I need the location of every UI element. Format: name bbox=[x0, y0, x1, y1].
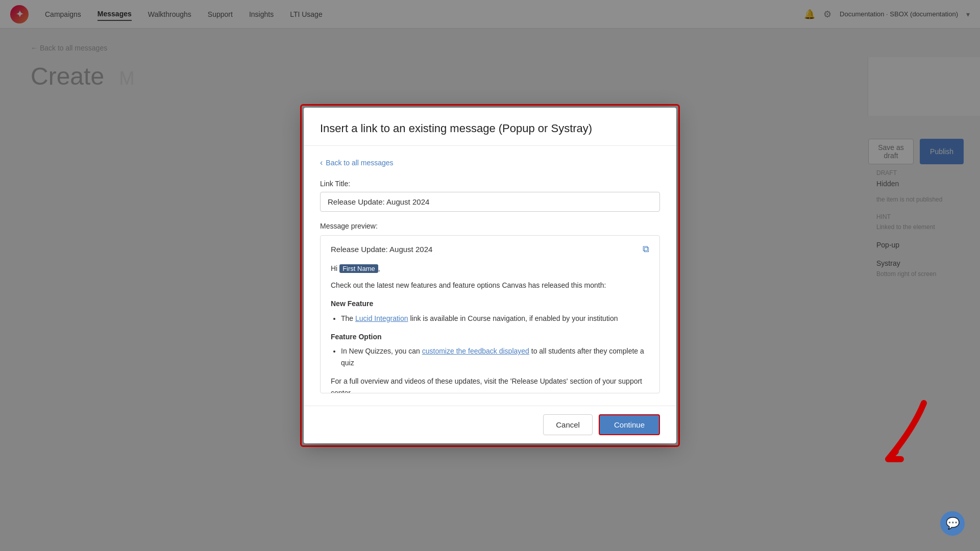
modal-footer: Cancel Continue bbox=[304, 406, 676, 443]
modal-dialog: Insert a link to an existing message (Po… bbox=[304, 108, 676, 443]
modal-header: Insert a link to an existing message (Po… bbox=[304, 108, 676, 146]
external-link-icon[interactable]: ⧉ bbox=[643, 244, 649, 255]
preview-section1-title: New Feature bbox=[331, 298, 649, 309]
continue-button[interactable]: Continue bbox=[599, 414, 660, 435]
greeting-comma: , bbox=[378, 264, 380, 272]
preview-section1-item: The Lucid Integration link is available … bbox=[341, 313, 649, 324]
modal-border: Insert a link to an existing message (Po… bbox=[300, 104, 680, 447]
message-preview: Release Update: August 2024 ⧉ Hi First N… bbox=[320, 235, 660, 393]
modal-wrapper: Insert a link to an existing message (Po… bbox=[300, 104, 680, 447]
chat-bubble[interactable]: 💬 bbox=[940, 511, 965, 536]
preview-section2-item: In New Quizzes, you can customize the fe… bbox=[341, 345, 649, 368]
greeting-hi: Hi bbox=[331, 264, 337, 272]
modal-body: ‹ Back to all messages Link Title: Messa… bbox=[304, 146, 676, 406]
lucid-integration-link[interactable]: Lucid Integration bbox=[355, 314, 408, 322]
link-title-input[interactable] bbox=[320, 192, 660, 212]
preview-intro: Check out the latest new features and fe… bbox=[331, 280, 649, 291]
back-to-messages-link[interactable]: ‹ Back to all messages bbox=[320, 158, 660, 167]
preview-section2-title: Feature Option bbox=[331, 331, 649, 342]
modal-title: Insert a link to an existing message (Po… bbox=[320, 122, 660, 135]
customize-feedback-link[interactable]: customize the feedback displayed bbox=[422, 347, 529, 355]
section2-before: In New Quizzes, you can bbox=[341, 347, 420, 355]
link-title-label: Link Title: bbox=[320, 180, 660, 188]
section1-item-after: link is available in Course navigation, … bbox=[410, 314, 618, 322]
back-to-messages-label: Back to all messages bbox=[326, 159, 393, 167]
chat-icon: 💬 bbox=[946, 517, 960, 530]
back-chevron-icon: ‹ bbox=[320, 158, 323, 167]
preview-footer: For a full overview and videos of these … bbox=[331, 375, 649, 393]
first-name-badge: First Name bbox=[339, 264, 378, 273]
preview-title: Release Update: August 2024 bbox=[331, 245, 432, 254]
cancel-button[interactable]: Cancel bbox=[543, 414, 593, 435]
preview-label: Message preview: bbox=[320, 222, 660, 230]
